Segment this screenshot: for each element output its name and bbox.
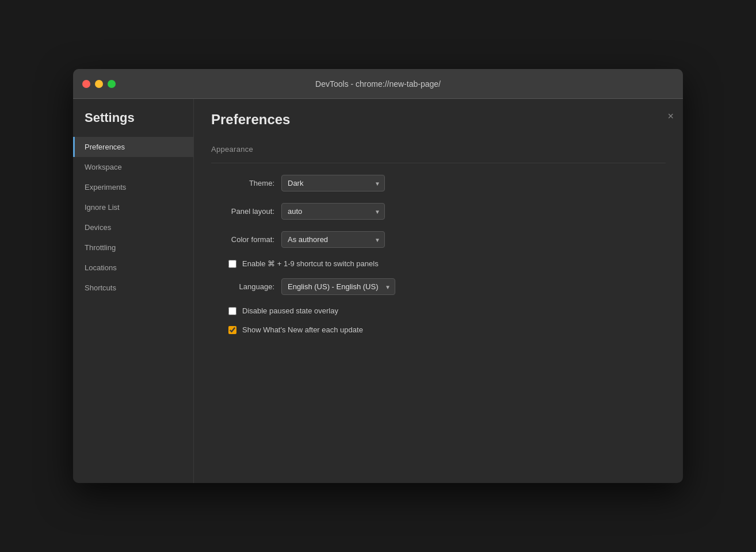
main-header: Preferences × <box>194 99 683 133</box>
window-title: DevTools - chrome://new-tab-page/ <box>315 79 441 89</box>
titlebar: DevTools - chrome://new-tab-page/ <box>73 69 683 99</box>
panel-layout-row: Panel layout: auto horizontal vertical <box>211 203 666 220</box>
sidebar-item-ignore-list[interactable]: Ignore List <box>73 197 193 217</box>
devtools-window: DevTools - chrome://new-tab-page/ Settin… <box>73 69 683 483</box>
language-select-wrapper: English (US) - English (US) French - fra… <box>281 278 395 295</box>
color-format-label: Color format: <box>211 235 274 244</box>
sidebar-item-experiments[interactable]: Experiments <box>73 177 193 197</box>
appearance-section-title: Appearance <box>211 139 666 163</box>
close-icon[interactable]: × <box>667 111 674 121</box>
language-row: Language: English (US) - English (US) Fr… <box>211 278 666 295</box>
sidebar-item-workspace[interactable]: Workspace <box>73 157 193 177</box>
traffic-lights <box>82 80 116 88</box>
panel-layout-select[interactable]: auto horizontal vertical <box>281 203 385 220</box>
language-select[interactable]: English (US) - English (US) French - fra… <box>281 278 395 295</box>
color-format-select-wrapper: As authored HEX RGB HSL <box>281 231 385 248</box>
close-button[interactable] <box>82 80 90 88</box>
sidebar-item-shortcuts[interactable]: Shortcuts <box>73 278 193 298</box>
minimize-button[interactable] <box>95 80 103 88</box>
sidebar-item-locations[interactable]: Locations <box>73 258 193 278</box>
color-format-select[interactable]: As authored HEX RGB HSL <box>281 231 385 248</box>
theme-label: Theme: <box>211 179 274 187</box>
sidebar-item-preferences[interactable]: Preferences <box>73 137 193 157</box>
theme-select-wrapper: Dark Light System preference <box>281 175 385 191</box>
shortcut-checkbox-row: Enable ⌘ + 1-9 shortcut to switch panels <box>228 259 666 268</box>
theme-row: Theme: Dark Light System preference <box>211 175 666 191</box>
disable-overlay-row: Disable paused state overlay <box>228 306 666 315</box>
theme-select[interactable]: Dark Light System preference <box>281 175 385 191</box>
shortcut-checkbox[interactable] <box>228 260 236 268</box>
whats-new-checkbox[interactable] <box>228 326 236 334</box>
language-label: Language: <box>211 282 274 291</box>
main-panel: Preferences × Appearance Theme: Dark Lig… <box>194 99 683 483</box>
sidebar-heading: Settings <box>73 110 193 137</box>
main-content: Settings Preferences Workspace Experimen… <box>73 99 683 483</box>
disable-overlay-label: Disable paused state overlay <box>242 306 338 315</box>
color-format-row: Color format: As authored HEX RGB HSL <box>211 231 666 248</box>
whats-new-label: Show What's New after each update <box>242 325 363 334</box>
panel-layout-select-wrapper: auto horizontal vertical <box>281 203 385 220</box>
disable-overlay-checkbox[interactable] <box>228 307 236 315</box>
maximize-button[interactable] <box>108 80 116 88</box>
sidebar-item-devices[interactable]: Devices <box>73 217 193 237</box>
shortcut-label: Enable ⌘ + 1-9 shortcut to switch panels <box>242 259 379 268</box>
panel-layout-label: Panel layout: <box>211 207 274 216</box>
whats-new-row: Show What's New after each update <box>228 325 666 334</box>
sidebar-item-throttling[interactable]: Throttling <box>73 237 193 258</box>
page-title: Preferences <box>211 112 666 128</box>
settings-scroll-area: Appearance Theme: Dark Light System pref… <box>194 133 683 483</box>
sidebar: Settings Preferences Workspace Experimen… <box>73 99 194 483</box>
